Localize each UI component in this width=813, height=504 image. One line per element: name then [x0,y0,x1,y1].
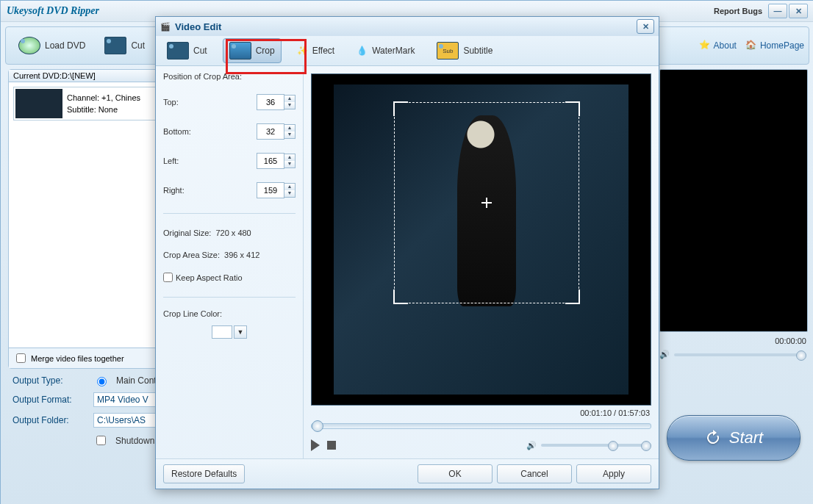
shutdown-checkbox[interactable] [96,436,106,445]
bottom-input[interactable] [257,123,284,140]
load-dvd-button[interactable]: Load DVD [10,33,93,58]
dialog-tabs: Cut Crop ✨Effect 💧WaterMark SubSubtitle [156,36,659,66]
crop-sidebar: Position of Crop Area: Top:▲▼ Bottom:▲▼ … [156,66,304,458]
speaker-icon[interactable]: 🔊 [526,441,537,450]
right-input[interactable] [257,182,284,198]
cancel-button[interactable]: Cancel [497,464,572,483]
crop-color-label: Crop Line Color: [163,309,296,318]
homepage-link[interactable]: 🏠HomePage [745,40,804,51]
keep-aspect-checkbox[interactable] [163,273,173,282]
cut-label: Cut [131,40,145,51]
ok-button[interactable]: OK [418,464,493,483]
tab-crop[interactable]: Crop [223,38,282,63]
minimize-button[interactable]: — [768,4,787,18]
preview-column: 00:00:00 🔊 [659,69,806,369]
original-size: 720 x 480 [215,228,251,237]
dialog-title: Video Edit [175,21,221,32]
crosshair-icon [481,198,492,208]
refresh-icon [704,429,722,447]
top-down[interactable]: ▼ [284,102,295,109]
close-button[interactable]: ✕ [789,4,808,18]
start-label: Start [729,428,763,447]
dialog-footer: Restore Defaults OK Cancel Apply [156,458,659,489]
volume-slider[interactable] [674,353,806,356]
report-bugs-link[interactable]: Report Bugs [714,7,762,15]
start-button[interactable]: Start [667,415,801,461]
crop-icon [229,42,251,60]
tab-subtitle[interactable]: SubSubtitle [430,38,499,63]
merge-checkbox[interactable] [16,353,26,363]
left-input[interactable] [257,153,284,169]
preview-panel [659,69,808,332]
video-edit-dialog: 🎬 Video Edit ✕ Cut Crop ✨Effect 💧WaterMa… [155,16,659,489]
tab-cut[interactable]: Cut [160,38,214,63]
merge-label: Merge video files together [31,354,124,363]
tab-effect[interactable]: ✨Effect [290,42,341,60]
dvd-icon [18,37,40,54]
color-swatch[interactable] [212,325,232,339]
app-icon: 🎬 [160,22,171,32]
restore-defaults-button[interactable]: Restore Defaults [163,464,245,483]
crop-rectangle[interactable] [394,102,579,303]
load-dvd-label: Load DVD [45,40,85,51]
stop-button[interactable] [327,441,336,450]
apply-button[interactable]: Apply [576,464,651,483]
thumbnail [15,89,62,118]
output-folder-label: Output Folder: [12,415,86,425]
main-content-radio[interactable] [97,377,107,386]
video-box[interactable] [311,73,651,406]
output-format-label: Output Format: [12,395,86,405]
tab-watermark[interactable]: 💧WaterMark [350,42,421,60]
speaker-icon[interactable]: 🔊 [659,350,670,359]
home-icon: 🏠 [745,40,757,51]
crop-area-size: 396 x 412 [224,251,259,259]
edit-volume-slider[interactable] [541,444,651,447]
app-title: Ukeysoft DVD Ripper [7,5,99,17]
watermark-icon: 💧 [357,46,368,56]
output-type-label: Output Type: [12,375,86,386]
play-button[interactable] [311,439,320,451]
playback-time: 00:01:10 / 01:57:03 [311,406,651,420]
list-item[interactable]: Channel: +1, Chines Subtitle: None [13,87,165,120]
effect-icon: ✨ [297,46,308,56]
dialog-titlebar: 🎬 Video Edit ✕ [156,17,659,36]
cut-icon [167,42,189,60]
film-icon [104,37,126,54]
top-up[interactable]: ▲ [284,96,295,102]
about-link[interactable]: ⭐About [699,40,737,51]
preview-time: 00:00:00 [659,336,806,345]
scrub-slider[interactable] [311,423,651,429]
crop-heading: Position of Crop Area: [163,72,296,81]
subtitle-icon: Sub [437,42,459,60]
dialog-close-button[interactable]: ✕ [637,19,654,34]
cut-button[interactable]: Cut [96,33,153,58]
preview-area: 00:01:10 / 01:57:03 🔊 [304,66,659,458]
star-icon: ⭐ [699,40,711,51]
top-input[interactable] [257,94,284,110]
color-dropdown[interactable]: ▼ [234,325,247,339]
